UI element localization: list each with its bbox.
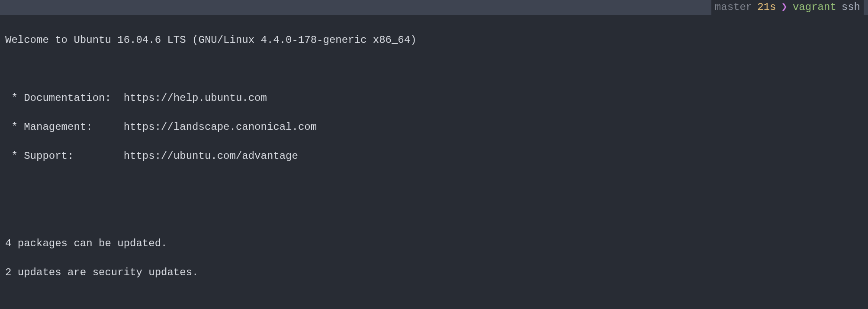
previous-command-arg: ssh [842,0,860,15]
motd-documentation: * Documentation: https://help.ubuntu.com [5,91,863,106]
terminal-output[interactable]: Welcome to Ubuntu 16.04.6 LTS (GNU/Linux… [0,15,868,309]
motd-security-updates: 2 updates are security updates. [5,265,863,280]
previous-command: vagrant [793,0,836,15]
blank-line [5,207,863,222]
terminal-top-bar: master 21s ❯ vagrant ssh [0,0,868,15]
command-duration: 21s [757,0,776,15]
prompt-chevron-icon: ❯ [781,0,788,15]
motd-support: * Support: https://ubuntu.com/advantage [5,149,863,164]
blank-line [5,178,863,193]
prompt-status: master 21s ❯ vagrant ssh [711,0,864,15]
blank-line [5,62,863,77]
git-branch: master [715,0,752,15]
motd-management: * Management: https://landscape.canonica… [5,120,863,135]
top-bar-spacer [4,0,711,15]
blank-line [5,294,863,309]
motd-packages-update: 4 packages can be updated. [5,236,863,251]
motd-welcome: Welcome to Ubuntu 16.04.6 LTS (GNU/Linux… [5,33,863,48]
